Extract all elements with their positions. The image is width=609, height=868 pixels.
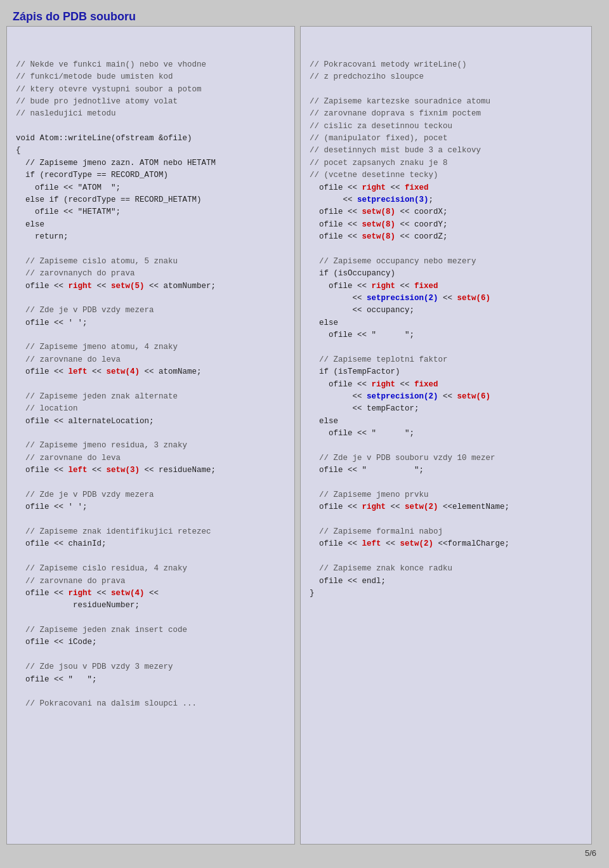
left-code-panel: // Nekde ve funkci main() nebo ve vhodne…: [6, 26, 295, 845]
right-code-panel: // Pokracovani metody writeLine() // z p…: [300, 26, 592, 845]
left-code-content: // Nekde ve funkci main() nebo ve vhodne…: [16, 59, 285, 711]
page-title-bar: Zápis do PDB souboru: [6, 6, 603, 26]
page-title: Zápis do PDB souboru: [6, 6, 603, 26]
page-indicator: 5/6: [585, 848, 596, 858]
page-container: // Nekde ve funkci main() nebo ve vhodne…: [6, 26, 603, 845]
bottom-bar: 5/6: [6, 845, 603, 862]
right-code-content: // Pokracovani metody writeLine() // z p…: [310, 59, 582, 600]
